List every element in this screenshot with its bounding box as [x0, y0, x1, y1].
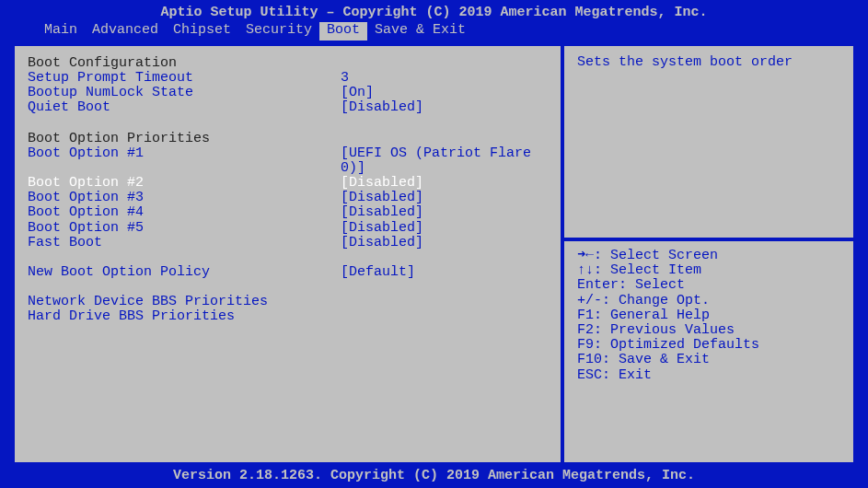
option-value: [Disabled]	[341, 176, 423, 191]
option-label: Boot Option #1	[28, 146, 341, 161]
option-row[interactable]: Setup Prompt Timeout3	[28, 71, 548, 86]
section-heading: Boot Option Priorities	[28, 131, 548, 146]
option-label: Hard Drive BBS Priorities	[28, 309, 341, 324]
menu-bar: MainAdvancedChipsetSecurityBootSave & Ex…	[0, 22, 868, 44]
option-row-cont: 0)]	[28, 161, 548, 176]
option-row[interactable]: New Boot Option Policy[Default]	[28, 265, 548, 280]
key-hint: Enter: Select	[577, 278, 840, 293]
menu-item-save-exit[interactable]: Save & Exit	[367, 22, 473, 41]
option-row[interactable]: Network Device BBS Priorities	[28, 295, 548, 309]
option-value: 3	[341, 71, 349, 86]
title-bar: Aptio Setup Utility – Copyright (C) 2019…	[0, 0, 868, 22]
option-row[interactable]: Hard Drive BBS Priorities	[28, 309, 548, 324]
key-hint: F9: Optimized Defaults	[577, 338, 840, 353]
option-value: [Default]	[341, 265, 415, 280]
option-label: New Boot Option Policy	[28, 265, 341, 280]
option-label: Boot Option #5	[28, 221, 341, 236]
menu-item-chipset[interactable]: Chipset	[166, 22, 238, 41]
menu-item-advanced[interactable]: Advanced	[85, 22, 166, 41]
option-value: [Disabled]	[341, 236, 423, 250]
key-hint: F1: General Help	[577, 308, 840, 323]
key-hint: +/-: Change Opt.	[577, 294, 840, 308]
help-panel: Sets the system boot order	[562, 44, 855, 239]
option-label: Fast Boot	[28, 236, 341, 250]
option-value: [Disabled]	[341, 191, 423, 205]
option-row[interactable]: Boot Option #5[Disabled]	[28, 221, 548, 236]
option-value: [On]	[341, 86, 374, 100]
section-heading: Boot Configuration	[28, 55, 548, 71]
option-label: Boot Option #3	[28, 191, 341, 205]
help-text: Sets the system boot order	[577, 55, 840, 71]
key-hint: ➜←: Select Screen	[577, 249, 840, 263]
menu-item-main[interactable]: Main	[37, 22, 85, 41]
option-label: Network Device BBS Priorities	[28, 295, 341, 309]
option-label: Quiet Boot	[28, 100, 341, 115]
option-value: [UEFI OS (Patriot Flare	[341, 146, 531, 161]
option-row[interactable]: Fast Boot[Disabled]	[28, 236, 548, 250]
option-row[interactable]: Boot Option #2[Disabled]	[28, 176, 548, 191]
option-value: [Disabled]	[341, 205, 423, 220]
option-label: Setup Prompt Timeout	[28, 71, 341, 86]
app-title: Aptio Setup Utility – Copyright (C) 2019…	[160, 5, 707, 20]
right-column: Sets the system boot order ➜←: Select Sc…	[562, 44, 855, 464]
option-label: Boot Option #4	[28, 205, 341, 220]
option-value: [Disabled]	[341, 221, 423, 236]
footer-bar: Version 2.18.1263. Copyright (C) 2019 Am…	[0, 464, 868, 488]
option-row[interactable]: Boot Option #4[Disabled]	[28, 205, 548, 220]
key-hints-panel: ➜←: Select Screen↑↓: Select ItemEnter: S…	[562, 239, 855, 464]
body-area: Boot ConfigurationSetup Prompt Timeout3B…	[0, 44, 868, 464]
option-label: Boot Option #2	[28, 176, 341, 191]
option-row[interactable]: Bootup NumLock State[On]	[28, 86, 548, 100]
key-hint: F10: Save & Exit	[577, 353, 840, 367]
settings-panel: Boot ConfigurationSetup Prompt Timeout3B…	[13, 44, 562, 464]
option-value-cont: 0)]	[341, 161, 365, 176]
key-hint: ↑↓: Select Item	[577, 263, 840, 278]
option-value: [Disabled]	[341, 100, 423, 115]
key-hint: ESC: Exit	[577, 368, 840, 383]
key-hint: F2: Previous Values	[577, 323, 840, 338]
option-row[interactable]: Boot Option #3[Disabled]	[28, 191, 548, 205]
menu-item-boot[interactable]: Boot	[319, 22, 367, 41]
option-row[interactable]: Quiet Boot[Disabled]	[28, 100, 548, 115]
option-row[interactable]: Boot Option #1[UEFI OS (Patriot Flare	[28, 146, 548, 161]
option-label: Bootup NumLock State	[28, 86, 341, 100]
version-text: Version 2.18.1263. Copyright (C) 2019 Am…	[173, 468, 695, 483]
menu-item-security[interactable]: Security	[238, 22, 319, 41]
